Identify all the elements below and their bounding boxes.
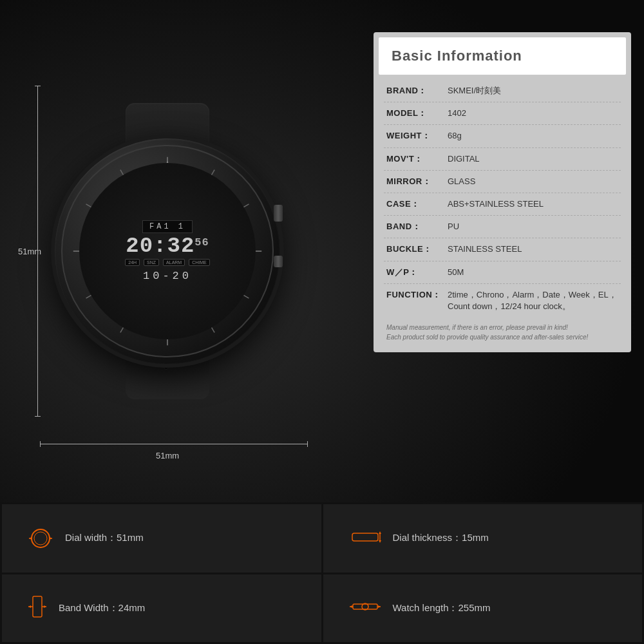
spec-cell-watch-length: Watch length：255mm <box>323 574 643 643</box>
info-row: BRAND：SKMEI/时刻美 <box>384 80 621 102</box>
info-row: BUCKLE：STAINLESS STEEL <box>384 238 621 261</box>
info-row-value: 68g <box>448 130 618 142</box>
info-row-label: BAND： <box>386 221 448 232</box>
info-body: BRAND：SKMEI/时刻美MODEL：1402WEIGHT：68gMOV'T… <box>374 75 631 352</box>
mode-btn-alarm: ALARM <box>163 259 185 266</box>
svg-marker-32 <box>350 605 352 608</box>
svg-rect-23 <box>33 596 42 617</box>
info-row-value: DIGITAL <box>448 153 618 165</box>
dim-line-vertical <box>37 86 38 417</box>
info-row-value: ABS+STAINLESS STEEL <box>448 198 618 210</box>
info-row-label: MODEL： <box>386 108 448 119</box>
info-rows-container: BRAND：SKMEI/时刻美MODEL：1402WEIGHT：68gMOV'T… <box>384 80 621 317</box>
main-container: 51mm 51mm <box>0 0 644 502</box>
dimension-label-bottom: 51mm <box>156 451 179 460</box>
info-row: MIRROR：GLASS <box>384 171 621 193</box>
seconds-display: 56 <box>194 237 209 248</box>
info-row-label: BUCKLE： <box>386 243 448 255</box>
mode-btn-chime: CHIME <box>189 259 210 266</box>
date-display: 10-20 <box>143 270 192 282</box>
watch-wrapper: FA1 1 20:3256 24H SNZ ALARM CHIME <box>45 90 290 412</box>
dial-width-svg <box>28 527 53 550</box>
info-note-line2: Each product sold to provide quality ass… <box>386 332 618 342</box>
watch-section: 51mm 51mm <box>0 0 335 502</box>
watch-length-icon <box>349 595 381 621</box>
svg-marker-33 <box>378 605 381 608</box>
svg-rect-28 <box>353 604 377 609</box>
svg-point-14 <box>34 532 47 545</box>
info-row: MODEL：1402 <box>384 102 621 125</box>
mode-buttons: 24H SNZ ALARM CHIME <box>125 259 210 266</box>
svg-marker-22 <box>379 540 381 543</box>
svg-rect-19 <box>352 533 378 541</box>
info-row-value: SKMEI/时刻美 <box>448 85 618 97</box>
info-header: Basic Information <box>379 37 626 75</box>
info-row-label: MOV'T： <box>386 153 448 165</box>
info-row-value: PU <box>448 221 618 232</box>
spec-cell-dial-width: Dial width：51mm <box>2 504 321 573</box>
day-display: FA1 1 <box>142 220 193 233</box>
watch-length-svg <box>349 595 381 618</box>
info-row: FUNCTION：2time，Chrono，Alarm，Date，Week，EL… <box>384 284 621 317</box>
info-row-value: 2time，Chrono，Alarm，Date，Week，EL，Count do… <box>448 289 618 312</box>
info-row-label: WEIGHT： <box>386 130 448 142</box>
crown-button-2 <box>274 256 283 267</box>
dim-line-horizontal <box>40 444 308 444</box>
mode-btn-24h: 24H <box>125 259 140 266</box>
band-width-icon <box>28 594 47 622</box>
watch-face: FA1 1 20:3256 24H SNZ ALARM CHIME <box>79 163 256 339</box>
info-row: W／P：50M <box>384 261 621 284</box>
info-row-label: CASE： <box>386 198 448 210</box>
spec-cell-band-width: Band Width：24mm <box>2 574 321 643</box>
watch-body: FA1 1 20:3256 24H SNZ ALARM CHIME <box>55 138 280 364</box>
svg-marker-26 <box>28 605 31 608</box>
dial-thickness-svg <box>349 528 381 546</box>
svg-marker-17 <box>29 537 32 540</box>
info-title: Basic Information <box>392 48 613 64</box>
dial-thickness-icon <box>349 528 381 549</box>
info-note: Manual measurement, if there is an error… <box>384 317 621 345</box>
info-row-label: FUNCTION： <box>386 289 448 301</box>
info-row-value: 1402 <box>448 108 618 119</box>
info-row: MOV'T：DIGITAL <box>384 148 621 171</box>
band-width-svg <box>28 594 47 620</box>
info-row-value: GLASS <box>448 176 618 187</box>
info-row: CASE：ABS+STAINLESS STEEL <box>384 193 621 216</box>
specs-strip: Dial width：51mm Dial thickness：15mm <box>0 502 644 644</box>
spec-cell-dial-thickness: Dial thickness：15mm <box>323 504 643 573</box>
mode-btn-snz: SNZ <box>144 259 159 266</box>
info-row-label: MIRROR： <box>386 176 448 187</box>
info-row: BAND：PU <box>384 216 621 238</box>
spec-text-dial-width: Dial width：51mm <box>65 532 144 544</box>
svg-marker-27 <box>44 605 46 608</box>
info-row: WEIGHT：68g <box>384 125 621 147</box>
crown-button-1 <box>274 205 283 222</box>
svg-marker-21 <box>379 531 381 534</box>
watch-bezel: FA1 1 20:3256 24H SNZ ALARM CHIME <box>61 145 274 357</box>
info-panel: Basic Information BRAND：SKMEI/时刻美MODEL：1… <box>374 32 631 352</box>
info-row-label: W／P： <box>386 267 448 278</box>
spec-text-watch-length: Watch length：255mm <box>393 602 491 614</box>
spec-text-dial-thickness: Dial thickness：15mm <box>393 532 489 544</box>
info-row-value: 50M <box>448 267 618 278</box>
info-row-label: BRAND： <box>386 85 448 97</box>
dial-width-icon <box>28 527 53 550</box>
info-row-value: STAINLESS STEEL <box>448 243 618 255</box>
time-display: 20:3256 <box>126 235 209 257</box>
svg-marker-18 <box>50 537 52 540</box>
info-note-line1: Manual measurement, if there is an error… <box>386 323 618 332</box>
spec-text-band-width: Band Width：24mm <box>59 602 145 614</box>
